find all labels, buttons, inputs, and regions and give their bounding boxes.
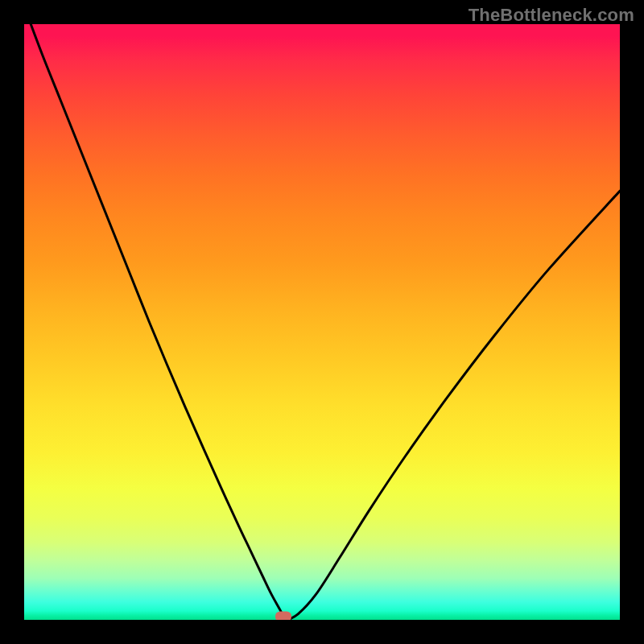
watermark-text: TheBottleneck.com: [469, 5, 634, 26]
plot-area: [24, 24, 620, 620]
optimal-point-marker: [275, 611, 291, 620]
bottleneck-curve: [24, 24, 620, 620]
curve-svg: [24, 24, 620, 620]
chart-frame: TheBottleneck.com: [0, 0, 644, 644]
